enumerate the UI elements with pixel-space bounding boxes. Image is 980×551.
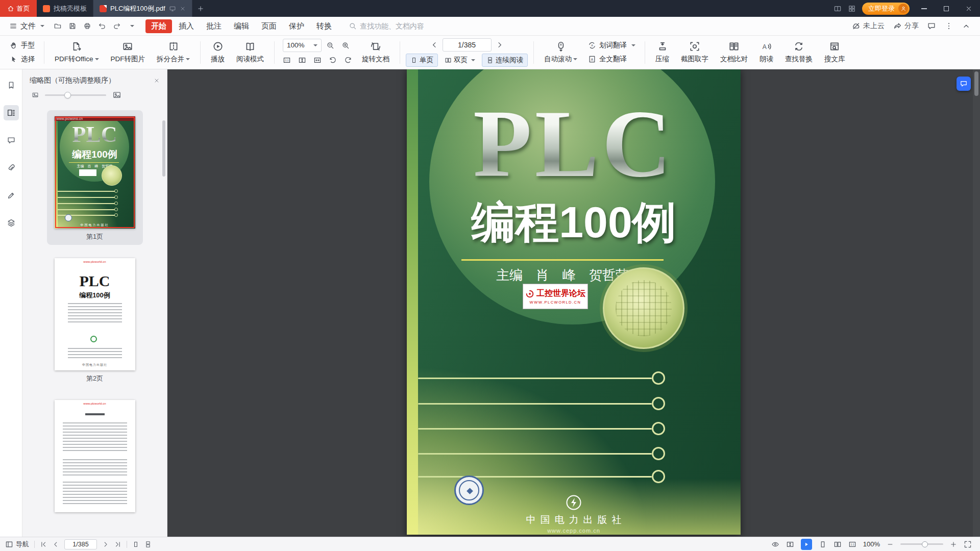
single-page-icon[interactable] [132,541,139,548]
single-page-button[interactable]: 单页 [406,54,438,67]
select-tool-button[interactable]: 选择 [6,53,38,65]
first-page-icon[interactable] [40,541,47,548]
rotate-doc-button[interactable]: 旋转文档 [357,38,394,67]
attachments-panel-button[interactable] [4,160,19,176]
rotate-right-button[interactable] [341,54,355,66]
next-page-icon[interactable] [496,41,504,49]
zoom-slider[interactable] [900,543,943,545]
fit-page-button[interactable] [296,54,309,66]
rotate-left-button[interactable] [326,54,339,66]
outline-panel-button[interactable] [4,78,19,93]
search-input[interactable] [360,22,447,30]
thumbnail-size-slider[interactable] [45,94,106,96]
minimize-button[interactable] [916,0,932,17]
menu-tab-insert[interactable]: 插入 [173,19,200,33]
zoom-in-icon[interactable] [950,541,957,548]
panel-close-icon[interactable] [154,78,160,84]
home-button[interactable]: 首页 [0,0,37,17]
file-menu[interactable]: 文件 [5,21,48,31]
open-file-button[interactable] [51,19,64,33]
next-page-icon[interactable] [102,541,109,548]
redo-button[interactable] [110,19,124,33]
cloud-status[interactable]: 未上云 [851,21,885,31]
zoom-out-button[interactable] [324,39,337,52]
thumbnail-page-3[interactable]: www.plcworld.cn [47,394,143,514]
menu-tab-convert[interactable]: 转换 [311,19,337,33]
share-button[interactable]: 分享 [893,21,919,31]
scrollbar-thumb[interactable] [974,71,978,96]
close-button[interactable] [961,0,977,17]
read-aloud-button[interactable]: 朗读 [755,38,778,67]
zoom-in-button[interactable] [339,39,352,52]
hand-tool-button[interactable]: 手型 [6,39,38,52]
zoom-slider-knob[interactable] [922,541,928,547]
read-mode-button[interactable]: 阅读模式 [232,38,268,67]
new-tab-button[interactable] [192,0,209,17]
menu-tab-start[interactable]: 开始 [145,19,172,33]
split-screen-icon[interactable] [834,5,842,13]
split-merge-button[interactable]: 拆分合并 [152,38,194,67]
last-page-icon[interactable] [114,541,121,548]
continuous-read-button[interactable]: 连续阅读 [482,54,528,67]
comments-panel-button[interactable] [4,133,19,148]
maximize-button[interactable] [938,0,954,17]
layers-panel-button[interactable] [4,215,19,231]
collapse-ribbon-icon[interactable] [962,21,971,31]
apps-grid-icon[interactable] [848,5,856,13]
prev-page-icon[interactable] [52,541,59,548]
menu-tab-page[interactable]: 页面 [256,19,282,33]
tab-close-icon[interactable] [180,6,186,12]
prev-page-icon[interactable] [430,41,438,49]
fullscreen-icon[interactable] [964,540,972,548]
search-box[interactable] [349,22,447,30]
auto-scroll-button[interactable]: 自动滚动 [540,38,582,67]
screenshot-ocr-button[interactable]: 截图取字 [676,38,713,67]
thumbnails-panel-button[interactable] [4,105,19,120]
menu-tab-edit[interactable]: 编辑 [228,19,255,33]
tab-template[interactable]: 找稿壳模板 [37,0,93,17]
navigation-toggle[interactable]: 导航 [5,540,29,549]
eye-protect-icon[interactable] [771,540,779,548]
print-button[interactable] [80,19,94,33]
full-translate-button[interactable]: 全文翻译 [584,53,639,65]
fit-page-icon[interactable] [786,540,794,548]
fit-width-button[interactable] [311,54,324,66]
more-options-icon[interactable] [944,21,953,31]
slider-knob[interactable] [64,92,71,98]
compress-button[interactable]: 压缩 [651,38,674,67]
play-button[interactable]: 播放 [206,38,229,67]
double-page-icon[interactable] [834,540,842,548]
save-button[interactable] [65,19,79,33]
page-number-input[interactable] [443,38,492,52]
single-page-icon[interactable] [819,540,827,548]
screen-cast-icon[interactable] [169,5,176,12]
zoom-select[interactable]: 100% [283,39,322,52]
undo-button[interactable] [95,19,109,33]
customize-quickbar-button[interactable] [125,19,138,33]
doc-compare-button[interactable]: 文档比对 [716,38,752,67]
pdf-to-image-button[interactable]: PDF转图片 [106,38,150,67]
zoom-out-icon[interactable] [887,541,894,548]
login-button[interactable]: 立即登录 [862,3,910,15]
thumbnail-page-1[interactable]: www.plcworld.cn PLC 编程100例 主编 肖 峰 贺哲荣 [47,110,143,245]
pdf-to-office-button[interactable]: PDF转Office [50,38,104,67]
thumbnail-page-2[interactable]: www.plcworld.cn PLC 编程100例 中国电力出版社 第2页 [47,252,143,387]
floating-assistant-button[interactable] [957,77,971,91]
word-translate-button[interactable]: 划词翻译 [584,39,639,52]
comment-icon[interactable] [927,21,936,31]
viewer-scrollbar[interactable] [973,69,980,537]
menu-tab-protect[interactable]: 保护 [283,19,310,33]
continuous-icon[interactable] [144,541,152,548]
menu-tab-annotate[interactable]: 批注 [201,19,227,33]
search-library-button[interactable]: 搜文库 [820,38,850,67]
tab-pdf-active[interactable]: PLC编程100例.pdf [93,0,192,17]
slideshow-play-button[interactable] [801,539,812,550]
double-page-button[interactable]: 双页 [440,54,480,67]
status-page-input[interactable] [64,539,97,549]
find-replace-button[interactable]: 查找替换 [780,38,817,67]
close-icon [965,5,972,12]
panel-scrollbar[interactable] [162,120,165,177]
actual-size-button[interactable] [280,54,293,66]
actual-size-icon[interactable] [848,540,856,548]
signature-panel-button[interactable] [4,188,19,203]
